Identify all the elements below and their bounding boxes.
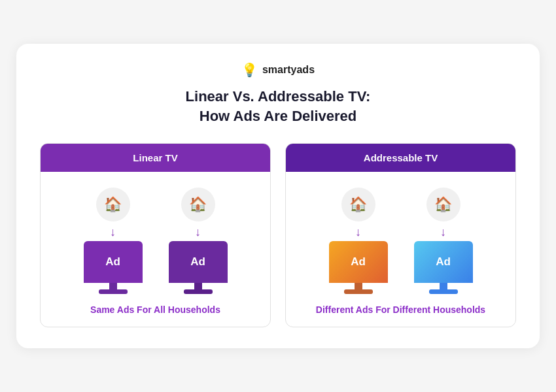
- linear-house-icon-2: 🏠: [189, 196, 207, 213]
- addressable-tv-screen-2: Ad: [414, 241, 473, 283]
- linear-tv-foot-2: [184, 289, 213, 294]
- main-title: Linear Vs. Addressable TV: How Ads Are D…: [40, 87, 516, 125]
- linear-house-2: 🏠 ↓ Ad: [169, 188, 228, 294]
- addressable-arrow-2: ↓: [440, 226, 446, 238]
- linear-arrow-2: ↓: [195, 226, 201, 238]
- title-line2: How Ads Are Delivered: [40, 106, 516, 126]
- addressable-arrow-1: ↓: [355, 226, 361, 238]
- addressable-tv-stand-2: [429, 283, 458, 294]
- logo-text: smartyads: [262, 64, 315, 76]
- main-card: 💡 smartyads Linear Vs. Addressable TV: H…: [16, 44, 540, 348]
- linear-tv-neck-2: [194, 283, 202, 289]
- addressable-house-icon-2: 🏠: [434, 196, 452, 213]
- linear-arrow-1: ↓: [110, 226, 116, 238]
- logo-bulb-icon: 💡: [241, 62, 258, 78]
- linear-tv-screen-2: Ad: [169, 241, 228, 283]
- linear-caption: Same Ads For All Households: [90, 304, 220, 315]
- linear-header: Linear TV: [41, 144, 270, 172]
- addressable-tv-neck-2: [440, 283, 447, 289]
- linear-body: 🏠 ↓ Ad 🏠: [41, 172, 270, 327]
- linear-tv-2: Ad: [169, 241, 228, 294]
- addressable-house-circle-1: 🏠: [341, 188, 375, 221]
- linear-tv-neck-1: [109, 283, 117, 289]
- linear-tv-foot-1: [99, 289, 128, 294]
- addressable-tv-column: Addressable TV 🏠 ↓ Ad: [285, 143, 516, 327]
- logo-brand-bold: smarty: [262, 64, 296, 75]
- linear-tv-stand-2: [184, 283, 213, 294]
- logo-row: 💡 smartyads: [40, 62, 516, 78]
- addressable-house-1: 🏠 ↓ Ad: [329, 188, 388, 294]
- linear-houses-row: 🏠 ↓ Ad 🏠: [47, 188, 264, 294]
- addressable-house-2: 🏠 ↓ Ad: [414, 188, 473, 294]
- linear-tv-screen-1: Ad: [84, 241, 143, 283]
- addressable-house-icon-1: 🏠: [349, 196, 367, 213]
- addressable-tv-stand-1: [344, 283, 373, 294]
- addressable-house-circle-2: 🏠: [426, 188, 460, 221]
- linear-house-circle-1: 🏠: [96, 188, 130, 221]
- linear-tv-1: Ad: [84, 241, 143, 294]
- addressable-tv-screen-1: Ad: [329, 241, 388, 283]
- addressable-houses-row: 🏠 ↓ Ad 🏠: [292, 188, 509, 294]
- addressable-tv-neck-1: [355, 283, 362, 289]
- addressable-tv-foot-1: [344, 289, 373, 294]
- addressable-header: Addressable TV: [286, 144, 515, 172]
- addressable-tv-2: Ad: [414, 241, 473, 294]
- addressable-tv-foot-2: [429, 289, 458, 294]
- addressable-tv-1: Ad: [329, 241, 388, 294]
- comparison-columns: Linear TV 🏠 ↓ Ad: [40, 143, 516, 327]
- logo-brand-rest: ads: [296, 64, 315, 75]
- addressable-body: 🏠 ↓ Ad 🏠: [286, 172, 515, 327]
- linear-house-circle-2: 🏠: [181, 188, 215, 221]
- linear-house-icon-1: 🏠: [104, 196, 122, 213]
- linear-tv-stand-1: [99, 283, 128, 294]
- linear-tv-column: Linear TV 🏠 ↓ Ad: [40, 143, 271, 327]
- linear-house-1: 🏠 ↓ Ad: [84, 188, 143, 294]
- addressable-caption: Different Ads For Different Households: [316, 304, 485, 315]
- title-line1: Linear Vs. Addressable TV:: [40, 87, 516, 106]
